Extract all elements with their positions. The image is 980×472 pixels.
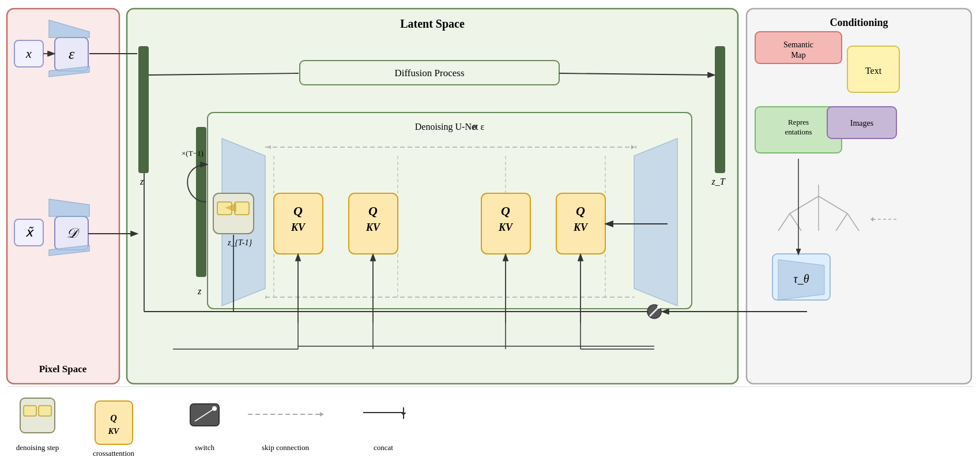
legend-switch-label: switch [195, 443, 214, 452]
q-label-4: Q [576, 204, 585, 218]
z-label-left: z [140, 177, 144, 186]
legend-switch-dot [212, 406, 217, 411]
unet-funnel-right [634, 138, 677, 306]
semantic-map-label: Semantic [783, 40, 813, 49]
legend-skip-arrow [320, 412, 324, 417]
legend-bowtie-r [39, 406, 51, 416]
kv-label-1: KV [291, 222, 306, 233]
bow-tie-right [235, 202, 249, 215]
zt-label-right: z_T [711, 177, 725, 186]
q-label-1: Q [293, 204, 303, 218]
legend-denoising-label: denoising step [16, 443, 59, 452]
legend-q-label: Q [110, 413, 117, 423]
text-label: Text [865, 66, 882, 76]
vbar-right1 [715, 46, 725, 173]
main-diagram: Latent Space Pixel Space Conditioning x … [0, 0, 980, 472]
encoder-label: ε [69, 46, 75, 62]
legend-concat-arrow [401, 413, 406, 415]
images-label: Images [850, 119, 873, 128]
legend-skip-label: skip connection [262, 443, 309, 452]
z-label-left2: z [197, 286, 202, 296]
q-label-3: Q [501, 204, 510, 218]
representations-label2: entations [785, 128, 812, 136]
diffusion-process-label: Diffusion Process [394, 68, 464, 78]
pixel-space-label: Pixel Space [39, 364, 87, 374]
x-label: x [25, 46, 32, 61]
switch-dot [657, 305, 661, 309]
vbar-left1 [138, 46, 149, 173]
legend-kv-label: KV [108, 427, 120, 436]
semantic-map-label2: Map [791, 51, 806, 59]
conditioning-label: Conditioning [830, 17, 888, 28]
kv-label-4: KV [573, 222, 589, 233]
latent-space-label: Latent Space [400, 17, 465, 31]
legend-crossattn-label: crossattention [93, 449, 135, 458]
repeat-label: ×(T−1) [182, 149, 203, 158]
kv-label-2: KV [365, 222, 381, 233]
legend-bowtie-l [24, 406, 36, 416]
representations-label1: Repres [788, 118, 809, 126]
legend-concat-label: concat [374, 443, 393, 452]
zt1-label: z_{T-1} [227, 238, 252, 247]
q-label-2: Q [368, 204, 378, 218]
tau-label: τ_θ [794, 272, 809, 285]
unet-theta: θ [473, 123, 476, 132]
kv-label-3: KV [498, 222, 514, 233]
